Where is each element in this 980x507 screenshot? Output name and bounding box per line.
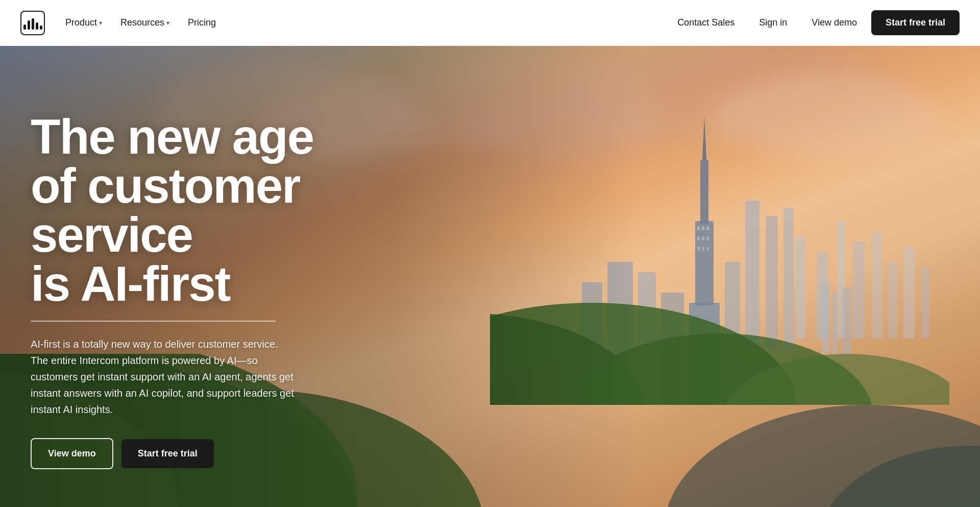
logo-bars bbox=[23, 16, 42, 30]
hero-title-line2: of customer service bbox=[31, 158, 300, 262]
nav-link-pricing[interactable]: Pricing bbox=[180, 12, 224, 33]
hero-title-line3: is AI-first bbox=[31, 256, 230, 311]
nav-view-demo[interactable]: View demo bbox=[801, 12, 867, 33]
hero-content: The new age of customer service is AI-fi… bbox=[0, 46, 398, 507]
nav-contact-sales[interactable]: Contact Sales bbox=[667, 12, 745, 33]
logo-bar-5 bbox=[40, 26, 42, 30]
nav-link-resources-label: Resources bbox=[120, 17, 164, 28]
chevron-down-icon: ▾ bbox=[99, 19, 102, 27]
nav-left: Product ▾ Resources ▾ Pricing bbox=[20, 11, 224, 35]
hero-section: The new age of customer service is AI-fi… bbox=[0, 46, 980, 507]
logo[interactable] bbox=[20, 11, 45, 35]
nav-sign-in[interactable]: Sign in bbox=[749, 12, 797, 33]
nav-right: Contact Sales Sign in View demo Start fr… bbox=[667, 10, 960, 35]
chevron-down-icon-2: ▾ bbox=[166, 19, 169, 27]
nav-links: Product ▾ Resources ▾ Pricing bbox=[57, 12, 224, 33]
nav-start-free-trial-button[interactable]: Start free trial bbox=[871, 10, 960, 35]
hero-title: The new age of customer service is AI-fi… bbox=[31, 112, 398, 308]
navbar: Product ▾ Resources ▾ Pricing Contact Sa… bbox=[0, 0, 980, 46]
logo-bar-4 bbox=[36, 22, 38, 30]
nav-link-product[interactable]: Product ▾ bbox=[57, 12, 110, 33]
hero-title-line1: The new age bbox=[31, 109, 313, 164]
nav-link-pricing-label: Pricing bbox=[188, 17, 216, 28]
logo-bar-1 bbox=[23, 25, 26, 30]
hero-buttons: View demo Start free trial bbox=[31, 438, 398, 469]
hero-view-demo-button[interactable]: View demo bbox=[31, 438, 113, 469]
hero-subtitle: AI-first is a totally new way to deliver… bbox=[31, 336, 296, 418]
logo-bar-2 bbox=[28, 20, 30, 30]
nav-link-resources[interactable]: Resources ▾ bbox=[112, 12, 178, 33]
hero-start-free-trial-button[interactable]: Start free trial bbox=[121, 439, 214, 468]
hero-divider bbox=[31, 321, 276, 322]
logo-bar-3 bbox=[32, 18, 34, 30]
nav-link-product-label: Product bbox=[65, 17, 97, 28]
